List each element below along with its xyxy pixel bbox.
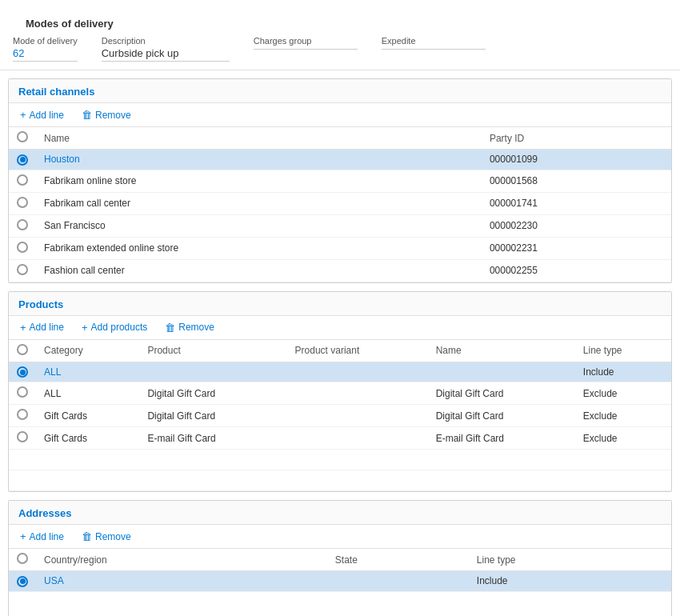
products-add-line-button[interactable]: + Add line bbox=[17, 320, 67, 335]
products-row-category: Gift Cards bbox=[36, 405, 139, 427]
retail-row-radio-cell bbox=[9, 150, 36, 170]
products-row-product bbox=[139, 362, 286, 382]
retail-table-row[interactable]: Fabrikam extended online store 000002231 bbox=[9, 237, 671, 259]
products-row-category: ALL bbox=[36, 362, 139, 382]
retail-table-row[interactable]: Houston 000001099 bbox=[9, 150, 671, 170]
retail-row-name: Fabrikam call center bbox=[36, 192, 482, 214]
addresses-row-linetype: Include bbox=[469, 571, 671, 592]
addresses-country-col-header: Country/region bbox=[36, 549, 327, 571]
addresses-row-country-link[interactable]: USA bbox=[44, 575, 64, 586]
products-table-row[interactable]: Gift Cards E-mail Gift Card E-mail Gift … bbox=[9, 427, 671, 450]
expedite-label: Expedite bbox=[382, 36, 486, 46]
retail-channels-section: Retail channels + Add line 🗑 Remove Name… bbox=[8, 78, 672, 283]
products-row-radio[interactable] bbox=[17, 366, 28, 378]
addresses-add-line-button[interactable]: + Add line bbox=[17, 529, 67, 544]
products-row-product: Digital Gift Card bbox=[139, 405, 286, 427]
products-row-name bbox=[428, 362, 575, 382]
retail-row-radio[interactable] bbox=[17, 154, 28, 166]
products-row-category: Gift Cards bbox=[36, 427, 139, 450]
addresses-row-radio-cell bbox=[9, 571, 36, 592]
desc-value: Curbside pick up bbox=[102, 47, 230, 62]
retail-row-partyid: 000002255 bbox=[482, 259, 671, 282]
retail-remove-label: Remove bbox=[95, 110, 131, 121]
retail-row-radio[interactable] bbox=[17, 197, 28, 208]
products-table-row[interactable]: ALL Include bbox=[9, 362, 671, 382]
products-row-radio-cell bbox=[9, 382, 36, 405]
plus-icon-4: + bbox=[20, 530, 26, 542]
trash-icon-2: 🗑 bbox=[165, 322, 175, 334]
products-header-radio[interactable] bbox=[17, 344, 28, 355]
retail-table-row[interactable]: Fabrikam online store 000001568 bbox=[9, 170, 671, 192]
retail-table-row[interactable]: San Francisco 000002230 bbox=[9, 214, 671, 237]
retail-row-partyid: 000001741 bbox=[482, 192, 671, 214]
products-title: Products bbox=[9, 292, 671, 316]
addresses-state-col-header: State bbox=[327, 549, 469, 571]
expedite-field-group: Expedite bbox=[382, 36, 486, 62]
products-add-products-label: Add products bbox=[91, 322, 148, 333]
addresses-add-line-label: Add line bbox=[30, 531, 64, 542]
desc-label: Description bbox=[102, 36, 230, 46]
products-row-linetype: Exclude bbox=[575, 405, 671, 427]
products-row-radio-cell bbox=[9, 427, 36, 450]
retail-add-line-label: Add line bbox=[30, 110, 64, 121]
expedite-value bbox=[382, 47, 486, 50]
addresses-table-row[interactable]: USA Include bbox=[9, 571, 671, 592]
retail-add-line-button[interactable]: + Add line bbox=[17, 107, 67, 122]
products-product-col-header: Product bbox=[139, 340, 286, 362]
retail-row-radio[interactable] bbox=[17, 219, 28, 230]
retail-table-row[interactable]: Fashion call center 000002255 bbox=[9, 259, 671, 282]
products-row-category-link[interactable]: ALL bbox=[44, 366, 61, 378]
mode-label: Mode of delivery bbox=[13, 36, 78, 46]
retail-partyid-col-header: Party ID bbox=[482, 127, 671, 150]
retail-select-all-col bbox=[9, 127, 36, 150]
products-table: Category Product Product variant Name Li… bbox=[9, 340, 671, 492]
products-row-linetype: Include bbox=[575, 362, 671, 382]
products-add-products-button[interactable]: + Add products bbox=[78, 320, 150, 335]
products-row-radio-cell bbox=[9, 362, 36, 382]
products-table-row[interactable]: ALL Digital Gift Card Digital Gift Card … bbox=[9, 382, 671, 405]
mode-value: 62 bbox=[13, 47, 78, 62]
addresses-header-radio[interactable] bbox=[17, 553, 28, 564]
products-add-line-label: Add line bbox=[30, 322, 64, 333]
products-row-radio[interactable] bbox=[17, 386, 28, 398]
products-table-row[interactable]: Gift Cards Digital Gift Card Digital Gif… bbox=[9, 405, 671, 427]
retail-row-radio[interactable] bbox=[17, 242, 28, 253]
retail-row-partyid: 000002230 bbox=[482, 214, 671, 237]
charges-field-group: Charges group bbox=[254, 36, 358, 62]
retail-remove-button[interactable]: 🗑 Remove bbox=[78, 107, 134, 122]
products-remove-button[interactable]: 🗑 Remove bbox=[162, 320, 218, 335]
retail-row-radio[interactable] bbox=[17, 264, 28, 275]
retail-table-row[interactable]: Fabrikam call center 000001741 bbox=[9, 192, 671, 214]
retail-row-name: Fabrikam online store bbox=[36, 170, 482, 192]
products-row-product: E-mail Gift Card bbox=[139, 427, 286, 450]
retail-row-name-link[interactable]: Houston bbox=[44, 154, 80, 165]
products-row-variant bbox=[287, 382, 428, 405]
retail-row-radio[interactable] bbox=[17, 174, 28, 186]
retail-row-partyid: 000001099 bbox=[482, 150, 671, 170]
addresses-table: Country/region State Line type USA Inclu… bbox=[9, 549, 671, 592]
products-row-radio[interactable] bbox=[17, 409, 28, 420]
addresses-linetype-col-header: Line type bbox=[469, 549, 671, 571]
products-row-name: Digital Gift Card bbox=[428, 382, 575, 405]
addresses-row-state bbox=[327, 571, 469, 592]
addresses-remove-label: Remove bbox=[95, 531, 131, 542]
addresses-remove-button[interactable]: 🗑 Remove bbox=[78, 529, 134, 544]
page-container: Modes of delivery Mode of delivery 62 De… bbox=[0, 0, 680, 616]
trash-icon-3: 🗑 bbox=[82, 530, 92, 542]
desc-field-group: Description Curbside pick up bbox=[102, 36, 230, 62]
products-remove-label: Remove bbox=[178, 322, 214, 333]
plus-icon: + bbox=[20, 109, 26, 121]
retail-row-name: Fabrikam extended online store bbox=[36, 237, 482, 259]
products-row-name: Digital Gift Card bbox=[428, 405, 575, 427]
products-row-radio[interactable] bbox=[17, 431, 28, 442]
retail-row-radio-cell bbox=[9, 170, 36, 192]
products-variant-col-header: Product variant bbox=[287, 340, 428, 362]
addresses-row-radio[interactable] bbox=[17, 576, 28, 587]
retail-row-radio-cell bbox=[9, 192, 36, 214]
retail-header-radio[interactable] bbox=[17, 131, 28, 142]
addresses-toolbar: + Add line 🗑 Remove bbox=[9, 525, 671, 549]
plus-icon-3: + bbox=[82, 322, 88, 334]
products-linetype-col-header: Line type bbox=[575, 340, 671, 362]
charges-label: Charges group bbox=[254, 36, 358, 46]
plus-icon-2: + bbox=[20, 322, 26, 334]
